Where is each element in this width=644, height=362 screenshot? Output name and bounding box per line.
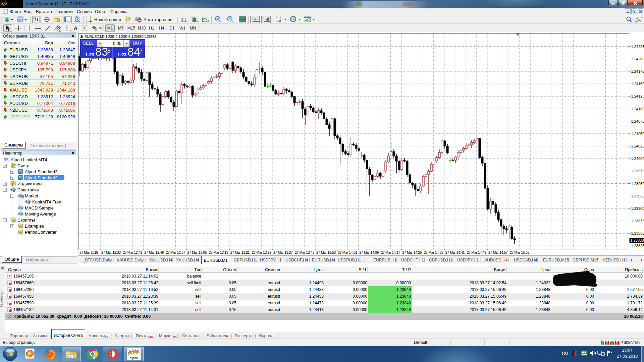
svg-text:27 Mar 13:29: 27 Mar 13:29 [252, 250, 271, 254]
svg-text:1.24075: 1.24075 [631, 119, 644, 123]
svg-text:1.24025: 1.24025 [631, 144, 644, 148]
svg-text:1.24200: 1.24200 [631, 57, 644, 61]
svg-text:27 Mar 15:05: 27 Mar 15:05 [510, 250, 529, 254]
svg-text:27 Mar 14:49: 27 Mar 14:49 [467, 250, 486, 254]
svg-text:27 Mar 13:13: 27 Mar 13:13 [209, 250, 228, 254]
svg-text:27 Mar 14:41: 27 Mar 14:41 [445, 250, 465, 254]
svg-text:1.23900: 1.23900 [631, 206, 644, 210]
svg-text:27 Mar 14:01: 27 Mar 14:01 [338, 250, 357, 254]
svg-text:27 Mar 13:05: 27 Mar 13:05 [187, 250, 207, 254]
svg-text:27 Mar 14:57: 27 Mar 14:57 [488, 250, 508, 254]
svg-text:27 Mar 13:45: 27 Mar 13:45 [295, 250, 314, 254]
svg-text:1.24125: 1.24125 [631, 94, 644, 98]
svg-text:EURUSD,M1 1.23842 1.23845 1.2: EURUSD,M1 1.23842 1.23845 1.23830 1.2383… [85, 35, 156, 39]
svg-text:27 Mar 14:17: 27 Mar 14:17 [381, 250, 400, 254]
svg-text:F: F [70, 29, 72, 32]
svg-text:27 Mar 12:33: 27 Mar 12:33 [101, 250, 121, 254]
svg-text:1.23875: 1.23875 [631, 219, 644, 223]
svg-text:1.23975: 1.23975 [631, 169, 644, 173]
svg-text:27 Mar 12:57: 27 Mar 12:57 [166, 250, 185, 254]
svg-text:1.23950: 1.23950 [631, 182, 644, 186]
svg-text:1.24175: 1.24175 [631, 69, 644, 73]
svg-text:w: w [21, 196, 23, 198]
svg-text:E: E [59, 29, 61, 32]
svg-text:1.24150: 1.24150 [631, 82, 644, 86]
svg-text:1.23825: 1.23825 [631, 244, 644, 248]
svg-text:27 Mar 14:25: 27 Mar 14:25 [402, 250, 422, 254]
svg-text:27 Mar 14:33: 27 Mar 14:33 [424, 250, 443, 254]
svg-text:27 Mar 13:21: 27 Mar 13:21 [230, 250, 250, 254]
svg-text:1.24000: 1.24000 [631, 157, 644, 161]
svg-text:1.23838: 1.23838 [631, 238, 644, 242]
svg-text:1.23850: 1.23850 [631, 231, 644, 235]
svg-text:27 Mar 14:09: 27 Mar 14:09 [359, 250, 379, 254]
svg-text:27 Mar 13:37: 27 Mar 13:37 [273, 250, 293, 254]
svg-text:27 Mar 12:49: 27 Mar 12:49 [144, 250, 164, 254]
svg-text:27 Mar 13:53: 27 Mar 13:53 [316, 250, 336, 254]
svg-text:27 Mar 12:41: 27 Mar 12:41 [123, 250, 142, 254]
svg-text:1.24050: 1.24050 [631, 132, 644, 136]
svg-text:1.23925: 1.23925 [631, 194, 644, 198]
svg-text:T: T [84, 26, 86, 31]
svg-text:1.24225: 1.24225 [631, 45, 644, 49]
svg-text:27 Mar 2018: 27 Mar 2018 [79, 250, 98, 254]
svg-text:1.24100: 1.24100 [631, 107, 644, 111]
